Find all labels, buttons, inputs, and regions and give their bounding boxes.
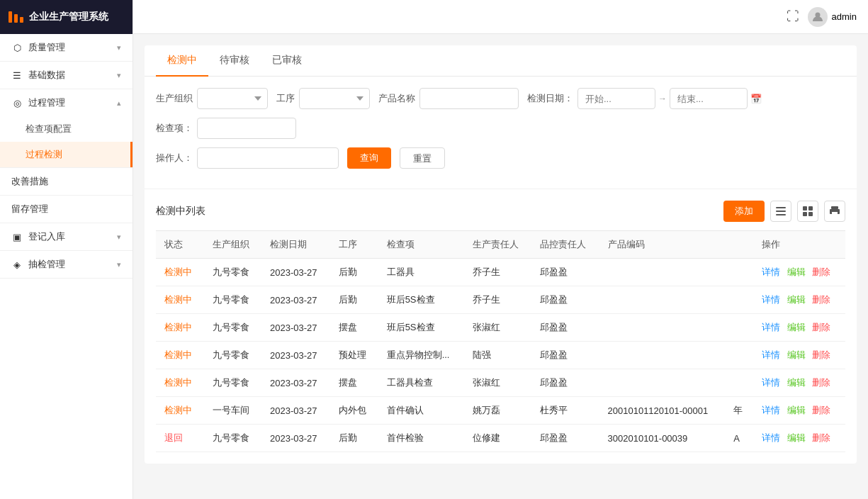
operator-input[interactable]: [197, 147, 339, 169]
table-row: 检测中 一号车间 2023-03-27 内外包 首件确认 姚万磊 杜秀平 200…: [156, 397, 845, 425]
status-badge[interactable]: 检测中: [164, 267, 192, 277]
menu-group-process: ◎ 过程管理 ▴ 检查项配置 过程检测: [0, 89, 133, 168]
cell-date: 2023-03-27: [261, 259, 330, 286]
status-badge[interactable]: 检测中: [164, 294, 192, 305]
cell-qc: 邱盈盈: [531, 425, 599, 452]
status-badge[interactable]: 检测中: [164, 322, 192, 332]
tab-checking[interactable]: 检测中: [156, 45, 208, 77]
sidebar-item-quality[interactable]: ⬡ 质量管理 ▾: [0, 34, 133, 61]
cell-code: 3002010101-00039: [599, 425, 726, 452]
status-badge[interactable]: 退回: [164, 432, 183, 443]
operator-label: 操作人：: [156, 152, 193, 164]
date-label: 检测日期：: [527, 92, 573, 105]
chevron-down-icon3: ▾: [117, 232, 121, 242]
fullscreen-icon[interactable]: ⛶: [787, 9, 799, 24]
avatar: [808, 7, 828, 27]
chevron-down-icon: ▾: [117, 43, 121, 52]
sidebar-item-inspection-config[interactable]: 检查项配置: [0, 116, 133, 142]
cell-qc: 邱盈盈: [531, 369, 599, 397]
cell-date: 2023-03-27: [261, 425, 330, 452]
menu-group-entry: ▣ 登记入库 ▾: [0, 223, 133, 251]
edit-link[interactable]: 编辑: [787, 405, 806, 415]
detail-link[interactable]: 详情: [762, 349, 780, 360]
edit-link[interactable]: 编辑: [787, 432, 806, 443]
data-table: 状态 生产组织 检测日期 工序 检查项 生产责任人 品控责任人 产品编码 操作: [156, 230, 845, 452]
cell-date: 2023-03-27: [261, 314, 330, 342]
detail-link[interactable]: 详情: [762, 405, 780, 415]
org-label: 生产组织: [156, 92, 193, 105]
col-item: 检查项: [378, 231, 464, 259]
cell-actions: 详情 编辑 删除: [753, 369, 845, 397]
sidebar-item-sampling[interactable]: ◈ 抽检管理 ▾: [0, 251, 133, 278]
cell-producer: 姚万磊: [464, 397, 531, 425]
content-area: 检测中 待审核 已审核 生产组织 工序: [133, 34, 868, 499]
item-input[interactable]: [197, 118, 296, 139]
detail-link[interactable]: 详情: [762, 322, 780, 332]
delete-link[interactable]: 删除: [812, 294, 830, 305]
tab-reviewed[interactable]: 已审核: [261, 45, 313, 77]
sidebar-item-process[interactable]: ◎ 过程管理 ▴: [0, 89, 133, 116]
cell-item: 首件确认: [378, 397, 464, 425]
chevron-down-icon4: ▾: [117, 260, 121, 269]
edit-link[interactable]: 编辑: [787, 349, 806, 360]
org-select[interactable]: [197, 88, 268, 109]
add-button[interactable]: 添加: [723, 201, 765, 222]
sampling-icon: ◈: [11, 259, 23, 270]
detail-link[interactable]: 详情: [762, 267, 780, 277]
sidebar-item-process-inspection[interactable]: 过程检测: [0, 142, 133, 167]
cell-org: 九号零食: [204, 342, 262, 369]
detail-link[interactable]: 详情: [762, 294, 780, 305]
grid-view-button[interactable]: [797, 201, 818, 222]
delete-link[interactable]: 删除: [812, 349, 830, 360]
calendar-icon[interactable]: 📅: [750, 94, 762, 104]
edit-link[interactable]: 编辑: [787, 377, 806, 388]
table-title: 检测中列表: [156, 205, 205, 218]
cell-actions: 详情 编辑 删除: [753, 397, 845, 425]
user-menu[interactable]: admin: [808, 7, 857, 27]
delete-link[interactable]: 删除: [812, 322, 830, 332]
query-button[interactable]: 查询: [347, 147, 391, 169]
search-item-operator: 操作人：: [156, 147, 339, 169]
detail-link[interactable]: 详情: [762, 432, 780, 443]
list-view-button[interactable]: [770, 201, 791, 222]
status-badge[interactable]: 检测中: [164, 377, 192, 388]
table-area: 检测中列表 添加: [145, 189, 857, 464]
cell-extra: [725, 314, 753, 342]
sidebar-item-basic[interactable]: ☰ 基础数据 ▾: [0, 62, 133, 89]
date-start-input[interactable]: [577, 88, 655, 109]
process-select[interactable]: [299, 88, 370, 109]
cell-qc: 邱盈盈: [531, 314, 599, 342]
delete-link[interactable]: 删除: [812, 377, 830, 388]
cell-extra: [725, 259, 753, 286]
status-badge[interactable]: 检测中: [164, 405, 192, 415]
cell-actions: 详情 编辑 删除: [753, 314, 845, 342]
sidebar-item-storage[interactable]: 留存管理: [0, 196, 133, 223]
top-bar: ⛶ admin: [133, 0, 868, 34]
search-item-product: 产品名称: [378, 88, 519, 109]
cell-process: 预处理: [330, 342, 378, 369]
sidebar-item-entry[interactable]: ▣ 登记入库 ▾: [0, 223, 133, 250]
chevron-up-icon: ▴: [117, 99, 121, 108]
cell-extra: [725, 342, 753, 369]
delete-link[interactable]: 删除: [812, 405, 830, 415]
delete-link[interactable]: 删除: [812, 267, 830, 277]
col-process: 工序: [330, 231, 378, 259]
menu-group-basic: ☰ 基础数据 ▾: [0, 62, 133, 89]
svg-rect-11: [837, 211, 838, 212]
edit-link[interactable]: 编辑: [787, 267, 806, 277]
delete-link[interactable]: 删除: [812, 432, 830, 443]
print-button[interactable]: [824, 201, 845, 222]
sidebar-item-improvement[interactable]: 改善措施: [0, 168, 133, 195]
tab-pending[interactable]: 待审核: [208, 45, 261, 77]
product-input[interactable]: [419, 88, 519, 109]
detail-link[interactable]: 详情: [762, 377, 780, 388]
col-actions: 操作: [753, 231, 845, 259]
edit-link[interactable]: 编辑: [787, 294, 806, 305]
menu-group-improvement: 改善措施: [0, 168, 133, 196]
cell-producer: 张淑红: [464, 369, 531, 397]
edit-link[interactable]: 编辑: [787, 322, 806, 332]
reset-button[interactable]: 重置: [400, 147, 445, 169]
svg-rect-7: [808, 212, 813, 216]
date-end-input[interactable]: [670, 88, 748, 109]
status-badge[interactable]: 检测中: [164, 349, 192, 360]
